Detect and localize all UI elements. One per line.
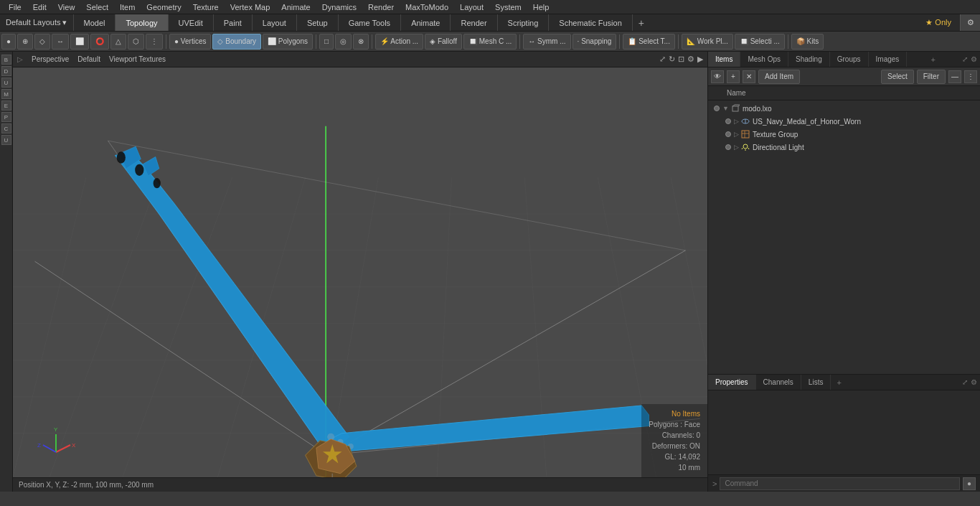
layout-dropdown[interactable]: Default Layouts ▾ bbox=[0, 14, 74, 31]
menu-system[interactable]: System bbox=[489, 1, 527, 13]
menu-maxtomodo[interactable]: MaxToModo bbox=[400, 1, 454, 13]
rp-tab-items[interactable]: Items bbox=[708, 52, 740, 67]
collapse-icon[interactable]: — bbox=[948, 70, 961, 83]
prop-add-button[interactable]: + bbox=[832, 375, 845, 390]
prop-tab-lists[interactable]: Lists bbox=[801, 375, 831, 390]
rp-tab-images[interactable]: Images bbox=[869, 52, 908, 67]
list-item-modo-lxo[interactable]: ▼ modo.lxo bbox=[708, 102, 980, 115]
tool-cross[interactable]: ⊗ bbox=[353, 34, 369, 50]
tool-mesh-c[interactable]: 🔲 Mesh C ... bbox=[463, 34, 517, 50]
vp-expand-icon[interactable]: ⤢ bbox=[659, 55, 666, 64]
prop-expand-icon[interactable]: ⤢ bbox=[962, 378, 968, 386]
viewport-3d[interactable]: X Y Z No Items Polygons : Face Channels:… bbox=[13, 67, 707, 477]
rp-expand-icon[interactable]: ⤢ bbox=[962, 55, 968, 63]
tab-schematic-fusion[interactable]: Schematic Fusion bbox=[549, 14, 632, 31]
menu-render[interactable]: Render bbox=[362, 1, 400, 13]
vp-more-icon[interactable]: ▶ bbox=[697, 55, 703, 64]
rp-tab-shading[interactable]: Shading bbox=[788, 52, 830, 67]
rp-tab-mesh-ops[interactable]: Mesh Ops bbox=[740, 52, 788, 67]
sidebar-btn-6[interactable]: P bbox=[1, 112, 11, 122]
sidebar-btn-7[interactable]: C bbox=[1, 123, 11, 133]
tool-snapping[interactable]: · Snapping bbox=[573, 34, 617, 50]
tab-topology[interactable]: Topology bbox=[116, 14, 168, 31]
star-only[interactable]: ★ Only bbox=[920, 18, 957, 27]
expand-arrow-directional-light[interactable]: ▷ bbox=[734, 144, 739, 151]
eye-icon-texture-group[interactable] bbox=[722, 128, 734, 140]
menu-vertex-map[interactable]: Vertex Map bbox=[225, 1, 276, 13]
sidebar-btn-2[interactable]: D bbox=[1, 66, 11, 76]
menu-geometry[interactable]: Geometry bbox=[141, 1, 187, 13]
list-item-directional-light[interactable]: ▷ Directional Light bbox=[708, 141, 980, 154]
select-button[interactable]: Select bbox=[881, 70, 914, 84]
tool-kits[interactable]: 📦 Kits bbox=[791, 34, 824, 50]
tab-model[interactable]: Model bbox=[74, 14, 116, 31]
tool-circle[interactable]: ⭕ bbox=[90, 34, 109, 50]
vp-fit-icon[interactable]: ⊡ bbox=[678, 55, 684, 64]
menu-item[interactable]: Item bbox=[114, 1, 141, 13]
rp-tab-groups[interactable]: Groups bbox=[830, 52, 869, 67]
expand-arrow-modo-lxo[interactable]: ▼ bbox=[722, 105, 729, 112]
tool-diamond[interactable]: ◇ bbox=[34, 34, 50, 50]
tab-render[interactable]: Render bbox=[451, 14, 497, 31]
sidebar-btn-1[interactable]: B bbox=[1, 55, 11, 65]
menu-layout[interactable]: Layout bbox=[454, 1, 489, 13]
tool-rect[interactable]: ⬜ bbox=[70, 34, 89, 50]
tab-game-tools[interactable]: Game Tools bbox=[339, 14, 402, 31]
sidebar-btn-4[interactable]: M bbox=[1, 89, 11, 99]
delete-icon[interactable]: ✕ bbox=[743, 70, 755, 83]
menu-select[interactable]: Select bbox=[80, 1, 114, 13]
list-item-us-navy-medal[interactable]: ▷ US_Navy_Medal_of_Honor_Worn bbox=[708, 115, 980, 128]
sidebar-btn-8[interactable]: U bbox=[1, 135, 11, 145]
settings-button[interactable]: ⚙ bbox=[960, 14, 980, 31]
sidebar-btn-5[interactable]: E bbox=[1, 100, 11, 111]
menu-file[interactable]: File bbox=[3, 1, 27, 13]
menu-animate[interactable]: Animate bbox=[275, 1, 316, 13]
visibility-icon[interactable]: 👁 bbox=[711, 70, 724, 83]
tool-vertices[interactable]: ● Vertices bbox=[169, 34, 211, 50]
vp-settings-icon[interactable]: ⚙ bbox=[687, 55, 694, 64]
tool-action[interactable]: ⚡ Action ... bbox=[375, 34, 423, 50]
tab-setup[interactable]: Setup bbox=[297, 14, 339, 31]
tool-move[interactable]: ↔ bbox=[52, 34, 69, 50]
rp-tab-add[interactable]: + bbox=[926, 52, 939, 67]
tool-boundary[interactable]: ◇ Boundary bbox=[212, 34, 261, 50]
tool-selecti[interactable]: 🔲 Selecti ... bbox=[735, 34, 785, 50]
tool-circle2[interactable]: ◎ bbox=[335, 34, 352, 50]
tab-animate[interactable]: Animate bbox=[401, 14, 451, 31]
menu-view[interactable]: View bbox=[52, 1, 81, 13]
eye-icon-directional-light[interactable] bbox=[722, 141, 734, 153]
tool-work-pl[interactable]: 📐 Work Pl... bbox=[682, 34, 733, 50]
expand-arrow-texture-group[interactable]: ▷ bbox=[734, 131, 739, 138]
eye-icon-modo-lxo[interactable] bbox=[711, 103, 722, 114]
filter-button[interactable]: Filter bbox=[917, 70, 946, 84]
viewport-collapse[interactable]: ▷ bbox=[17, 55, 23, 63]
prop-settings-icon[interactable]: ⚙ bbox=[971, 378, 977, 386]
tool-select-t[interactable]: 📋 Select T... bbox=[623, 34, 675, 50]
viewport-textures[interactable]: Viewport Textures bbox=[109, 55, 166, 63]
add-tab-button[interactable]: + bbox=[633, 14, 650, 31]
vp-refresh-icon[interactable]: ↻ bbox=[669, 55, 675, 64]
menu-texture[interactable]: Texture bbox=[187, 1, 225, 13]
command-input[interactable] bbox=[720, 477, 960, 490]
menu-help[interactable]: Help bbox=[527, 1, 555, 13]
prop-tab-properties[interactable]: Properties bbox=[708, 375, 756, 390]
list-item-texture-group[interactable]: ▷ Texture Group bbox=[708, 128, 980, 141]
tool-hex[interactable]: ⬡ bbox=[128, 34, 144, 50]
tab-scripting[interactable]: Scripting bbox=[498, 14, 550, 31]
expand-arrow-us-navy[interactable]: ▷ bbox=[734, 118, 739, 125]
rp-settings-icon[interactable]: ⚙ bbox=[971, 55, 977, 63]
menu-dynamics[interactable]: Dynamics bbox=[316, 1, 362, 13]
tool-more[interactable]: ⋮ bbox=[146, 34, 163, 50]
tool-globe[interactable]: ⊕ bbox=[17, 34, 33, 50]
eye-icon-us-navy[interactable] bbox=[722, 116, 734, 127]
tool-dot[interactable]: ● bbox=[1, 34, 16, 50]
tab-layout[interactable]: Layout bbox=[253, 14, 297, 31]
menu-edit[interactable]: Edit bbox=[27, 1, 52, 13]
add-icon[interactable]: + bbox=[727, 70, 740, 83]
viewport-perspective[interactable]: Perspective bbox=[32, 55, 69, 63]
tab-uvedit[interactable]: UVEdit bbox=[169, 14, 214, 31]
tool-symm[interactable]: ↔ Symm ... bbox=[523, 34, 570, 50]
menu-dots-icon[interactable]: ⋮ bbox=[964, 70, 977, 83]
tool-falloff[interactable]: ◈ Falloff bbox=[425, 34, 462, 50]
tool-polygons[interactable]: ⬜ Polygons bbox=[263, 34, 313, 50]
